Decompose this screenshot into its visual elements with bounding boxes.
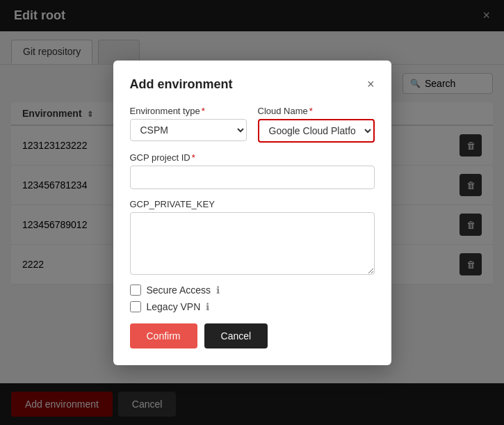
confirm-button[interactable]: Confirm <box>130 323 197 348</box>
env-type-select[interactable]: CSPM CWPP CSPM+CWPP <box>130 119 247 141</box>
modal-overlay: Add environment × Environment type* CSPM… <box>0 0 504 425</box>
secure-access-checkbox[interactable] <box>130 284 141 296</box>
cloud-name-group: Cloud Name* Google Cloud Platform AWS Az… <box>258 106 375 143</box>
gcp-project-id-input[interactable] <box>130 166 375 189</box>
legacy-vpn-checkbox[interactable] <box>130 301 141 312</box>
cancel-button[interactable]: Cancel <box>204 323 268 348</box>
modal-title: Add environment <box>130 77 233 92</box>
env-type-group: Environment type* CSPM CWPP CSPM+CWPP <box>130 106 247 143</box>
cloud-name-select[interactable]: Google Cloud Platform AWS Azure <box>258 119 375 143</box>
env-type-label: Environment type* <box>130 106 247 116</box>
legacy-vpn-label: Legacy VPN <box>147 301 201 312</box>
gcp-private-key-textarea[interactable] <box>130 212 375 275</box>
secure-access-label: Secure Access <box>147 284 211 296</box>
cloud-name-label: Cloud Name* <box>258 106 375 116</box>
modal-footer: Confirm Cancel <box>130 323 375 348</box>
gcp-private-key-label: GCP_PRIVATE_KEY <box>130 199 375 209</box>
add-environment-modal: Add environment × Environment type* CSPM… <box>113 61 391 365</box>
modal-close-button[interactable]: × <box>367 78 375 90</box>
env-type-cloud-name-row: Environment type* CSPM CWPP CSPM+CWPP Cl… <box>130 106 375 143</box>
gcp-private-key-group: GCP_PRIVATE_KEY <box>130 199 375 275</box>
gcp-project-id-group: GCP project ID* <box>130 152 375 189</box>
secure-access-row: Secure Access ℹ <box>130 284 375 296</box>
secure-access-info-icon: ℹ <box>216 284 220 296</box>
modal-header: Add environment × <box>130 77 375 92</box>
gcp-project-id-label: GCP project ID* <box>130 152 375 163</box>
legacy-vpn-info-icon: ℹ <box>206 301 209 312</box>
legacy-vpn-row: Legacy VPN ℹ <box>130 301 375 312</box>
